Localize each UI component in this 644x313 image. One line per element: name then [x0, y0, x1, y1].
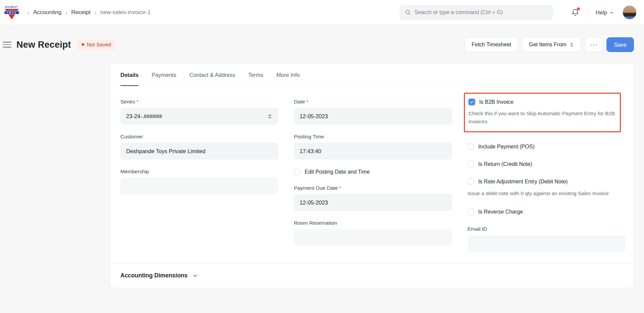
checkbox-label: Is Return (Credit Note) — [478, 161, 532, 167]
save-button[interactable]: Save — [606, 37, 634, 52]
field-label: Series * — [120, 99, 278, 105]
field-membership: Membership — [120, 169, 278, 194]
field-edit-posting-date-and-time: Edit Posting Date and Time — [294, 169, 452, 175]
fetch-timesheet-button[interactable]: Fetch Timesheet — [465, 37, 518, 52]
tab-terms[interactable]: Terms — [248, 64, 263, 86]
checkbox-is-reverse-charge[interactable] — [468, 209, 474, 215]
breadcrumb: ›Accounting›Receipt›new-sales-invoice-1 — [28, 9, 151, 16]
field-value: 12-05-2023 — [300, 113, 328, 120]
tab-payments[interactable]: Payments — [152, 64, 176, 86]
checkbox-label: Is B2B Invoice — [479, 99, 514, 105]
global-search[interactable] — [399, 5, 553, 20]
search-icon — [405, 9, 411, 15]
required-asterisk: * — [305, 99, 308, 104]
breadcrumb-separator-icon: › — [65, 9, 67, 16]
section-title: Accounting Dimensions — [120, 272, 187, 279]
select-chevrons-icon — [569, 42, 574, 47]
company-logo[interactable]: BOMBAY YMCA — [4, 5, 19, 20]
field-room-reservation: Room Reservation — [294, 220, 452, 246]
checkbox-row-is-b2b-invoice[interactable]: Is B2B Invoice — [469, 99, 615, 105]
search-input[interactable] — [415, 9, 548, 15]
input-membership[interactable] — [120, 178, 278, 194]
chevron-down-icon — [609, 10, 614, 15]
checkbox-label: Edit Posting Date and Time — [305, 169, 370, 175]
status-badge: Not Saved — [77, 39, 116, 50]
checkbox-label: Include Payment (POS) — [478, 144, 535, 150]
checkbox-row-is-rate-adjustment-entry-debit-note[interactable]: Is Rate Adjustment Entry (Debit Note) — [468, 178, 626, 185]
checkbox-label: Is Reverse Charge — [478, 209, 523, 215]
field-include-payment-pos: Include Payment (POS) — [468, 143, 626, 150]
field-date: Date *12-05-2023 — [294, 99, 452, 125]
field-value: 12-05-2023 — [300, 199, 328, 206]
checkbox-is-rate-adjustment-entry-debit-note[interactable] — [468, 178, 474, 185]
checkbox-include-payment-pos[interactable] — [468, 143, 474, 150]
field-description: Issue a debit note with 0 qty against an… — [468, 189, 626, 197]
form-column-3: Is B2B InvoiceCheck this if you want to … — [468, 99, 626, 261]
breadcrumb-item-receipt[interactable]: Receipt — [71, 9, 91, 16]
logo-band-text: YMCA — [7, 11, 17, 14]
breadcrumb-item-new-sales-invoice-1[interactable]: new-sales-invoice-1 — [100, 9, 151, 16]
checkbox-is-return-credit-note[interactable] — [468, 161, 474, 167]
checkbox-label: Is Rate Adjustment Entry (Debit Note) — [478, 179, 568, 185]
input-posting-time[interactable]: 17:43:40 — [294, 143, 452, 160]
field-label: Payment Due Date * — [294, 185, 452, 191]
select-chevrons-icon — [267, 114, 273, 119]
form-column-2: Date *12-05-2023Posting Time17:43:40Edit… — [294, 99, 452, 261]
field-series: Series *23-24-.###### — [120, 99, 278, 125]
tab-contact-address[interactable]: Contact & Address — [189, 64, 235, 86]
required-asterisk: * — [135, 99, 139, 104]
checkbox-row-edit-posting-date-and-time[interactable]: Edit Posting Date and Time — [294, 169, 452, 175]
field-label: Customer — [120, 134, 278, 140]
page-actions: Fetch Timesheet Get Items From ··· Save — [465, 37, 634, 52]
annotation-highlight-box: Is B2B InvoiceCheck this if you want to … — [464, 93, 621, 132]
field-value: Deshpande Toys Private Limited — [126, 148, 205, 154]
get-items-from-label: Get Items From — [529, 42, 566, 48]
input-email-id[interactable] — [468, 235, 626, 252]
notification-dot — [577, 7, 580, 10]
notifications-button[interactable] — [571, 8, 579, 16]
input-payment-due-date[interactable]: 12-05-2023 — [294, 194, 452, 211]
breadcrumb-separator-icon: › — [95, 9, 96, 16]
field-is-return-credit-note: Is Return (Credit Note) — [468, 161, 626, 167]
user-avatar[interactable] — [623, 5, 637, 19]
field-value: 17:43:40 — [300, 148, 321, 154]
checkbox-row-include-payment-pos[interactable]: Include Payment (POS) — [468, 143, 626, 150]
tab-details[interactable]: Details — [120, 64, 139, 86]
field-value: 23-24-.###### — [126, 113, 162, 120]
input-room-reservation[interactable] — [294, 229, 452, 246]
field-label: Date * — [294, 99, 452, 105]
form-column-1: Series *23-24-.######CustomerDeshpande T… — [120, 99, 278, 261]
navbar-divider — [587, 7, 588, 17]
get-items-from-button[interactable]: Get Items From — [522, 37, 581, 52]
page-title: New Receipt — [16, 40, 71, 50]
input-date[interactable]: 12-05-2023 — [294, 108, 452, 125]
help-menu[interactable]: Help — [596, 9, 614, 16]
field-label: Room Reservation — [294, 220, 452, 226]
field-is-rate-adjustment-entry-debit-note: Is Rate Adjustment Entry (Debit Note)Iss… — [468, 178, 626, 197]
checkbox-edit-posting-date-and-time[interactable] — [294, 169, 300, 175]
checkbox-row-is-reverse-charge[interactable]: Is Reverse Charge — [468, 209, 626, 215]
field-email-id: Email ID — [468, 226, 626, 252]
accounting-dimensions-section-toggle[interactable]: Accounting Dimensions — [110, 263, 634, 288]
field-label: Email ID — [468, 226, 626, 232]
field-label: Posting Time — [294, 134, 452, 140]
top-navbar: BOMBAY YMCA ›Accounting›Receipt›new-sale… — [0, 0, 644, 25]
page-head: New Receipt Not Saved Fetch Timesheet Ge… — [0, 37, 644, 52]
form-card: DetailsPaymentsContact & AddressTermsMor… — [110, 63, 634, 288]
check-icon — [470, 100, 474, 104]
breadcrumb-separator-icon: › — [28, 9, 29, 16]
checkbox-is-b2b-invoice[interactable] — [469, 99, 475, 105]
checkbox-row-is-return-credit-note[interactable]: Is Return (Credit Note) — [468, 161, 626, 167]
field-is-b2b-invoice: Is B2B InvoiceCheck this if you want to … — [468, 93, 626, 132]
field-customer: CustomerDeshpande Toys Private Limited — [120, 134, 278, 160]
field-description: Check this if you want to Skip Automatic… — [469, 109, 615, 126]
breadcrumb-item-accounting[interactable]: Accounting — [33, 9, 61, 16]
input-customer[interactable]: Deshpande Toys Private Limited — [120, 143, 278, 160]
tab-more-info[interactable]: More Info — [276, 64, 300, 86]
form-grid: Series *23-24-.######CustomerDeshpande T… — [110, 86, 634, 263]
field-is-reverse-charge: Is Reverse Charge — [468, 209, 626, 215]
form-tabs: DetailsPaymentsContact & AddressTermsMor… — [110, 64, 634, 86]
sidebar-toggle-icon[interactable] — [3, 42, 11, 48]
select-series[interactable]: 23-24-.###### — [120, 108, 278, 125]
more-options-button[interactable]: ··· — [585, 37, 602, 52]
